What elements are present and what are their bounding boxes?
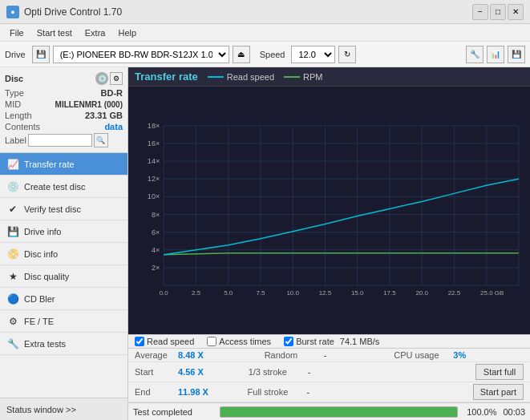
label-button[interactable]: 🔍 <box>94 133 108 147</box>
menu-start-test[interactable]: Start test <box>30 26 79 39</box>
burst-rate-value: 74.1 MB/s <box>340 337 380 346</box>
svg-text:18×: 18× <box>148 122 160 130</box>
menu-help[interactable]: Help <box>111 26 143 39</box>
disc-icon: 💿 <box>95 72 108 85</box>
app-title: Opti Drive Control 1.70 <box>24 6 122 18</box>
avg-value: 8.48 X <box>178 350 210 360</box>
disc-section: Disc 💿 ⚙ Type BD-R MID MILLENMR1 (000) L… <box>0 67 127 153</box>
start-part-button[interactable]: Start part <box>473 384 524 400</box>
nav-disc-quality-label: Disc quality <box>24 272 69 281</box>
time-text: 00:03 <box>503 407 525 417</box>
nav-disc-info[interactable]: 📀 Disc info <box>0 243 127 265</box>
stats-area: Average 8.48 X Random - CPU usage 3% Sta… <box>128 348 530 402</box>
svg-text:25.0 GB: 25.0 GB <box>480 289 504 297</box>
legend-rpm-color <box>284 76 300 78</box>
drive-select[interactable]: (E:) PIONEER BD-RW BDR-S12JX 1.00 <box>53 46 229 63</box>
svg-text:12.5: 12.5 <box>319 289 332 297</box>
svg-text:17.5: 17.5 <box>383 289 396 297</box>
left-panel: Disc 💿 ⚙ Type BD-R MID MILLENMR1 (000) L… <box>0 67 128 420</box>
start-value: 4.56 X <box>178 367 210 377</box>
status-bar: Test completed 100.0% 00:03 <box>128 402 530 420</box>
fullstroke-label: Full stroke <box>248 387 304 397</box>
eject-button[interactable]: ⏏ <box>233 46 250 63</box>
toolbar: Drive 💾 (E:) PIONEER BD-RW BDR-S12JX 1.0… <box>0 42 530 67</box>
nav-drive-info-label: Drive info <box>24 227 61 236</box>
label-input[interactable] <box>28 134 92 147</box>
refresh-button[interactable]: ↻ <box>338 46 356 63</box>
status-window-button[interactable]: Status window >> <box>0 398 127 420</box>
save-button[interactable]: 💾 <box>508 46 525 63</box>
stat-stroke1: 1/3 stroke - <box>249 367 362 377</box>
label-label: Label <box>5 135 26 145</box>
app-icon: ● <box>6 6 19 18</box>
legend-read-speed-label: Read speed <box>227 72 274 82</box>
nav-disc-info-label: Disc info <box>24 249 58 259</box>
svg-text:8×: 8× <box>152 211 160 219</box>
minimize-button[interactable]: − <box>472 4 488 20</box>
stat-random: Random - <box>265 350 394 360</box>
main-layout: Disc 💿 ⚙ Type BD-R MID MILLENMR1 (000) L… <box>0 67 530 420</box>
nav-fe-te[interactable]: ⚙ FE / TE <box>0 310 127 333</box>
nav-extra-tests-label: Extra tests <box>24 339 66 349</box>
cpu-label: CPU usage <box>394 350 450 360</box>
stat-cpu: CPU usage 3% <box>394 350 524 360</box>
nav-cd-bler[interactable]: 🔵 CD Bler <box>0 288 127 310</box>
contents-label: Contents <box>5 122 40 131</box>
burst-rate-checkbox-label: Burst rate <box>296 337 334 346</box>
nav-transfer-rate-label: Transfer rate <box>24 160 75 169</box>
avg-label: Average <box>135 350 175 360</box>
start-full-button[interactable]: Start full <box>475 364 524 380</box>
menu-bar: File Start test Extra Help <box>0 24 530 42</box>
svg-text:7.5: 7.5 <box>256 289 265 297</box>
speed-select[interactable]: 12.0 X <box>291 46 335 63</box>
svg-text:2.5: 2.5 <box>192 289 201 297</box>
stats-row-1: Average 8.48 X Random - CPU usage 3% <box>128 349 530 362</box>
length-label: Length <box>5 111 32 120</box>
svg-text:4×: 4× <box>152 246 160 254</box>
random-value: - <box>324 350 348 360</box>
svg-text:6×: 6× <box>152 228 160 236</box>
maximize-button[interactable]: □ <box>490 4 506 20</box>
checkbox-burst-rate: Burst rate 74.1 MB/s <box>284 337 379 346</box>
stat-start: Start 4.56 X <box>135 367 249 377</box>
settings-button[interactable]: 🔧 <box>466 46 483 63</box>
mid-label: MID <box>5 99 21 109</box>
create-test-disc-icon: 💿 <box>6 180 19 193</box>
fullstroke-value: - <box>307 387 331 397</box>
close-button[interactable]: ✕ <box>508 4 524 20</box>
nav-transfer-rate[interactable]: 📈 Transfer rate <box>0 153 127 176</box>
menu-extra[interactable]: Extra <box>79 26 112 39</box>
nav-create-test-disc[interactable]: 💿 Create test disc <box>0 176 127 198</box>
progress-bar-fill <box>220 407 457 417</box>
speed-label: Speed <box>260 50 285 59</box>
svg-text:10.0: 10.0 <box>286 289 299 297</box>
drive-info-icon: 💾 <box>6 225 19 238</box>
disc-action-button[interactable]: ⚙ <box>110 72 123 85</box>
nav-extra-tests[interactable]: 🔧 Extra tests <box>0 333 127 355</box>
read-speed-checkbox-label: Read speed <box>147 337 194 346</box>
nav-verify-test-disc-label: Verify test disc <box>24 204 81 214</box>
drive-icon-button[interactable]: 💾 <box>32 46 50 63</box>
end-label: End <box>135 387 175 397</box>
stroke1-label: 1/3 stroke <box>249 367 305 377</box>
svg-text:16×: 16× <box>148 139 160 147</box>
mid-value: MILLENMR1 (000) <box>55 100 123 109</box>
fe-te-icon: ⚙ <box>6 315 19 328</box>
nav-disc-quality[interactable]: ★ Disc quality <box>0 265 127 288</box>
disc-quality-icon: ★ <box>6 270 19 283</box>
end-value: 11.98 X <box>178 387 210 397</box>
chart-area: Transfer rate Read speed RPM <box>128 67 530 334</box>
cpu-value: 3% <box>453 350 477 360</box>
burst-rate-checkbox[interactable] <box>284 337 293 346</box>
type-label: Type <box>5 88 24 98</box>
nav-verify-test-disc[interactable]: ✔ Verify test disc <box>0 198 127 220</box>
cd-bler-icon: 🔵 <box>6 293 19 305</box>
read-speed-checkbox[interactable] <box>135 337 144 346</box>
menu-file[interactable]: File <box>3 26 30 39</box>
legend-rpm-label: RPM <box>303 72 322 82</box>
compare-button[interactable]: 📊 <box>487 46 504 63</box>
access-times-checkbox[interactable] <box>207 337 216 346</box>
legend-rpm: RPM <box>284 72 322 82</box>
nav-drive-info[interactable]: 💾 Drive info <box>0 220 127 243</box>
length-value: 23.31 GB <box>85 111 123 120</box>
